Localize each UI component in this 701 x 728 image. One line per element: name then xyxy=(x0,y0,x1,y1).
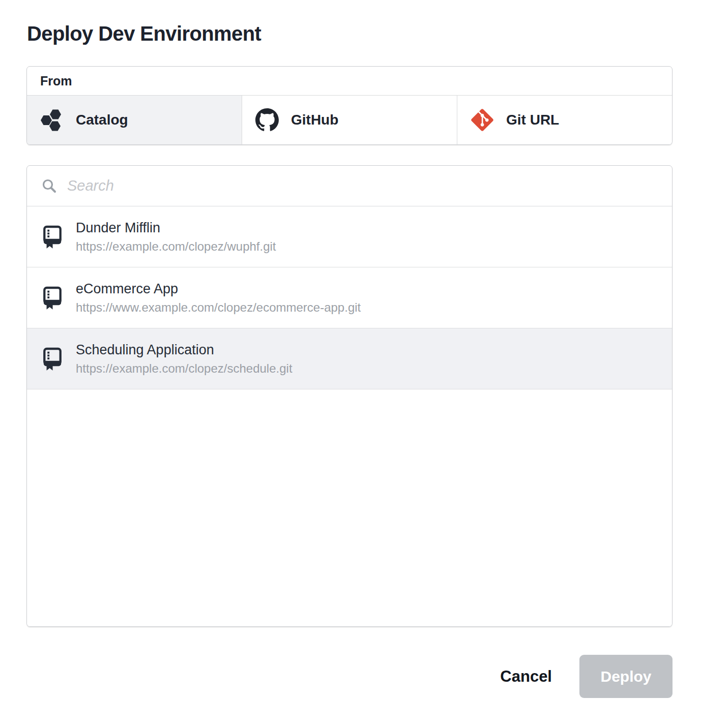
repo-name: Dunder Mifflin xyxy=(76,220,276,236)
search-bar xyxy=(27,166,672,206)
search-input[interactable] xyxy=(67,177,659,194)
repo-url: https://example.com/clopez/wuphf.git xyxy=(76,239,276,254)
repo-row-dunder-mifflin[interactable]: Dunder Mifflin https://example.com/clope… xyxy=(27,206,672,267)
git-icon xyxy=(471,108,494,132)
dialog-actions: Cancel Deploy xyxy=(26,655,673,698)
tab-github[interactable]: GitHub xyxy=(242,96,457,144)
repo-book-icon xyxy=(42,347,63,371)
tab-git-url-label: Git URL xyxy=(506,112,559,128)
source-panel: From Catalog GitHub xyxy=(26,66,673,145)
tab-git-url[interactable]: Git URL xyxy=(457,96,672,144)
repo-name: eCommerce App xyxy=(76,281,361,297)
tab-catalog-label: Catalog xyxy=(76,112,128,128)
github-icon xyxy=(255,108,279,132)
deploy-button[interactable]: Deploy xyxy=(579,655,673,698)
cancel-button[interactable]: Cancel xyxy=(500,668,552,686)
source-tabs: Catalog GitHub Git URL xyxy=(27,96,672,144)
from-header: From xyxy=(27,67,672,96)
catalog-hexagons-icon xyxy=(40,108,64,132)
deploy-dialog: Deploy Dev Environment From Catalog xyxy=(0,0,701,728)
repo-row-scheduling-application[interactable]: Scheduling Application https://example.c… xyxy=(27,328,672,389)
repo-url: https://www.example.com/clopez/ecommerce… xyxy=(76,300,361,315)
repo-name: Scheduling Application xyxy=(76,342,293,358)
from-label: From xyxy=(40,74,72,88)
catalog-list-panel: Dunder Mifflin https://example.com/clope… xyxy=(26,165,673,627)
search-icon xyxy=(41,178,57,194)
page-title: Deploy Dev Environment xyxy=(27,22,261,45)
repo-book-icon xyxy=(42,286,63,310)
list-empty-space xyxy=(27,389,672,626)
tab-github-label: GitHub xyxy=(291,112,338,128)
repo-row-ecommerce-app[interactable]: eCommerce App https://www.example.com/cl… xyxy=(27,267,672,328)
repo-url: https://example.com/clopez/schedule.git xyxy=(76,361,293,376)
repo-book-icon xyxy=(42,225,63,249)
tab-catalog[interactable]: Catalog xyxy=(27,96,242,144)
